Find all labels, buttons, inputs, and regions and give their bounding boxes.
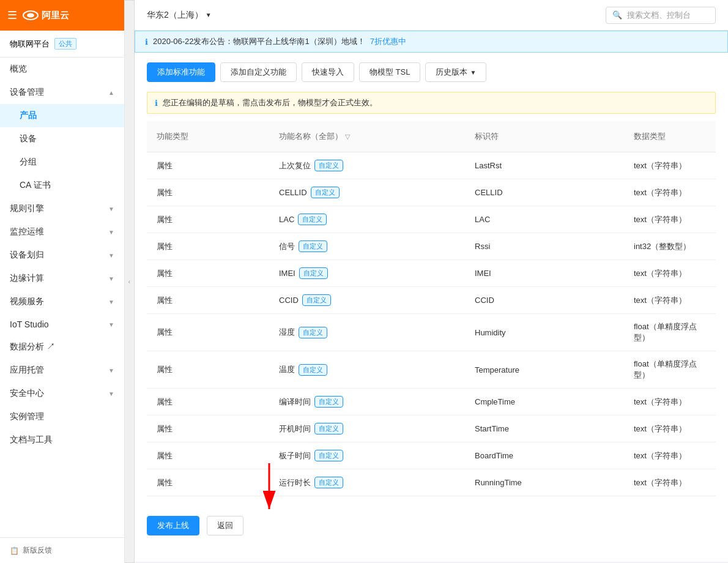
cell-func-name: 板子时间 自定义 [269,442,465,469]
main-content: 华东2（上海） ▼ 🔍 搜索文档、控制台 ℹ 2020-06-22发布公告：物联… [135,0,728,563]
cell-func-type: 属性 [147,389,269,415]
logo-label: 阿里云 [42,10,69,21]
sidebar-item-security-center[interactable]: 安全中心 ▼ [0,382,124,405]
cell-func-name: LAC 自定义 [269,206,465,233]
sidebar-item-group[interactable]: 分组 [0,151,124,174]
sidebar-collapse-toggle[interactable]: ‹ [125,0,135,563]
custom-tag: 自定义 [314,423,343,434]
table-row: 属性 编译时间 自定义 CmpleTime text（字符串） [147,389,716,416]
notice-text: 2020-06-22发布公告：物联网平台上线华南1（深圳）地域！ [153,36,365,47]
cell-func-type: 属性 [147,351,269,388]
notice-bar: ℹ 2020-06-22发布公告：物联网平台上线华南1（深圳）地域！ 7折优惠中 [135,31,728,53]
cell-func-type: 属性 [147,179,269,206]
sidebar-item-overview[interactable]: 概览 [0,58,124,81]
cell-func-type: 属性 [147,206,269,233]
table-row: 属性 信号 自定义 Rssi int32（整数型） [147,233,716,260]
add-custom-function-button[interactable]: 添加自定义功能 [220,62,297,82]
chevron-down-icon: ▼ [108,321,114,328]
chevron-down-icon: ▼ [108,206,114,212]
sidebar-item-rule-engine[interactable]: 规则引擎 ▼ [0,197,124,220]
custom-tag: 自定义 [311,187,340,198]
sidebar-item-docs-tools[interactable]: 文档与工具 [0,428,124,452]
cell-func-type: 属性 [147,416,269,442]
feedback-icon: 📋 [10,546,19,555]
cell-func-type: 属性 [147,233,269,259]
sidebar-item-ca-cert[interactable]: CA 证书 [0,174,124,197]
sidebar-item-device[interactable]: 设备 [0,127,124,151]
custom-tag: 自定义 [299,240,327,252]
cell-data-type: float（单精度浮点型） [624,314,716,351]
cell-identifier: Rssi [465,233,624,259]
publish-button[interactable]: 发布上线 [147,516,199,535]
cell-identifier: LAC [465,206,624,233]
table-row: 属性 运行时长 自定义 RunningTime text（字符串） [147,469,716,496]
sidebar-item-monitor-ops[interactable]: 监控运维 ▼ [0,220,124,244]
sidebar-item-iot-studio[interactable]: IoT Studio ▼ [0,313,124,335]
sidebar-item-edge-compute[interactable]: 边缘计算 ▼ [0,267,124,290]
search-bar[interactable]: 🔍 搜索文档、控制台 [606,7,716,24]
tsl-button[interactable]: 物模型 TSL [359,62,420,82]
table-row: 属性 LAC 自定义 LAC text（字符串） [147,206,716,233]
header-func-name: 功能名称（全部） ▽ [269,126,465,147]
cell-data-type: text（字符串） [624,442,716,469]
custom-tag: 自定义 [299,267,328,279]
menu-icon[interactable]: ☰ [7,9,17,22]
cell-identifier: Temperature [465,351,624,388]
custom-tag: 自定义 [298,214,327,225]
sidebar-item-device-assign[interactable]: 设备划归 ▼ [0,244,124,267]
sidebar-footer[interactable]: 📋 新版反馈 [0,537,124,563]
region-selector[interactable]: 华东2（上海） ▼ [147,10,212,21]
chevron-up-icon: ▲ [108,89,114,96]
table-header-row: 功能类型 功能名称（全部） ▽ 标识符 数据类型 [147,121,716,152]
topbar: 华东2（上海） ▼ 🔍 搜索文档、控制台 [135,0,728,31]
cell-data-type: text（字符串） [624,260,716,286]
sidebar-item-data-analysis[interactable]: 数据分析 ↗ [0,335,124,359]
sidebar-item-product[interactable]: 产品 [0,104,124,127]
sidebar-header: ☰ 阿里云 [0,0,124,31]
cell-func-name: 信号 自定义 [269,233,465,259]
quick-import-button[interactable]: 快速导入 [302,62,354,82]
cell-data-type: text（字符串） [624,152,716,179]
cell-data-type: float（单精度浮点型） [624,351,716,388]
custom-tag: 自定义 [299,327,327,338]
filter-icon[interactable]: ▽ [345,133,350,141]
cell-data-type: text（字符串） [624,469,716,496]
notice-link[interactable]: 7折优惠中 [370,36,406,47]
notice-info-icon: ℹ [145,37,148,47]
sidebar-item-device-mgmt[interactable]: 设备管理 ▲ [0,81,124,104]
chevron-down-icon: ▼ [108,367,114,374]
chevron-down-icon: ▼ [108,299,114,305]
table-body: 属性 上次复位 自定义 LastRst text（字符串） 属性 CELLID … [147,152,716,496]
search-icon: 🔍 [612,10,622,20]
platform-label: 物联网平台 [10,39,50,50]
table-row: 属性 开机时间 自定义 StartTime text（字符串） [147,416,716,442]
chevron-down-icon: ▼ [108,275,114,282]
sidebar-item-instance-mgmt[interactable]: 实例管理 [0,405,124,428]
history-version-button[interactable]: 历史版本 ▼ [425,62,486,82]
custom-tag: 自定义 [299,364,327,376]
cell-identifier: LastRst [465,152,624,179]
feature-table: 功能类型 功能名称（全部） ▽ 标识符 数据类型 属性 [147,121,716,496]
sidebar: ☰ 阿里云 物联网平台 公共 概览 设备管理 ▲ 产品 设备 分组 CA 证书 … [0,0,125,563]
search-placeholder: 搜索文档、控制台 [627,10,691,21]
header-data-type: 数据类型 [624,126,716,147]
custom-tag: 自定义 [314,450,343,461]
cell-data-type: int32（整数型） [624,233,716,259]
custom-tag: 自定义 [302,294,331,306]
chevron-down-icon: ▼ [108,390,114,397]
sidebar-item-video-service[interactable]: 视频服务 ▼ [0,290,124,313]
aliyun-logo [22,9,39,21]
cell-func-name: 开机时间 自定义 [269,416,465,442]
cell-func-name: CELLID 自定义 [269,179,465,206]
header-func-type: 功能类型 [147,126,269,147]
add-standard-function-button[interactable]: 添加标准功能 [147,62,215,82]
cell-func-name: 湿度 自定义 [269,314,465,351]
toolbar: 添加标准功能 添加自定义功能 快速导入 物模型 TSL 历史版本 ▼ [147,62,716,82]
sidebar-item-app-hosting[interactable]: 应用托管 ▼ [0,359,124,382]
info-icon: ℹ [155,99,158,108]
custom-tag: 自定义 [314,477,343,488]
return-button[interactable]: 返回 [207,516,243,535]
cell-data-type: text（字符串） [624,416,716,442]
draft-info-bar: ℹ 您正在编辑的是草稿，需点击发布后，物模型才会正式生效。 [147,92,716,114]
content-body: 添加标准功能 添加自定义功能 快速导入 物模型 TSL 历史版本 ▼ ℹ [135,53,728,562]
